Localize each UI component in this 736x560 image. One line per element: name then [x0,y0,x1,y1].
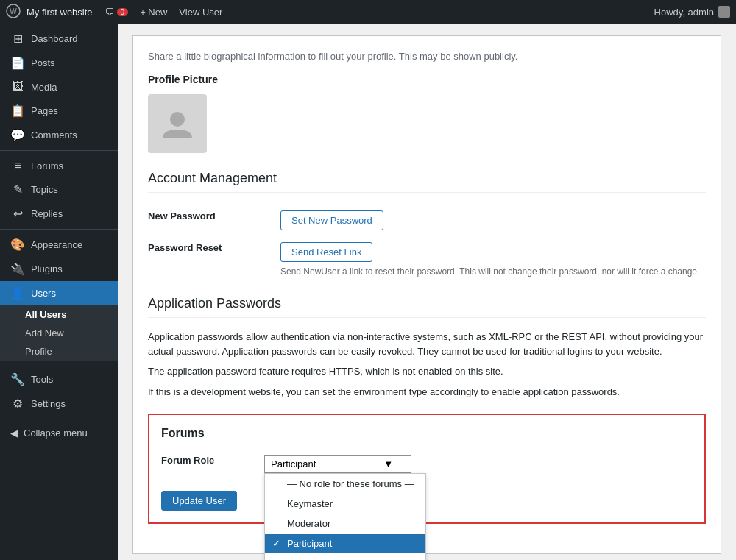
wp-logo-icon: W [6,4,21,21]
set-new-password-button[interactable]: Set New Password [280,210,383,230]
sidebar-label-comments: Comments [31,130,77,141]
forums-heading: Forums [161,427,693,440]
sidebar-label-topics: Topics [31,184,58,195]
forum-role-select[interactable]: Participant ▼ [264,455,411,473]
sidebar-label-settings: Settings [31,398,66,409]
sidebar-label-dashboard: Dashboard [31,33,78,44]
sidebar-label-replies: Replies [31,208,63,219]
update-user-button[interactable]: Update User [161,491,237,511]
dropdown-option-spectator[interactable]: Spectator [265,553,425,560]
main-content: Share a little biographical information … [118,24,736,560]
forum-role-value: Participant [271,458,316,469]
sidebar-item-dashboard[interactable]: ⊞ Dashboard [0,26,118,51]
plugins-icon: 🔌 [10,262,25,276]
sidebar-item-pages[interactable]: 📋 Pages [0,99,118,123]
sidebar-label-pages: Pages [31,105,58,116]
profile-picture-section: Profile Picture [148,74,706,153]
comments-icon: 💬 [10,128,25,142]
svg-text:W: W [10,7,17,15]
collapse-menu-btn[interactable]: ◀ Collapse menu [0,422,118,444]
sidebar-item-replies[interactable]: ↩ Replies [0,202,118,226]
forums-icon: ≡ [10,159,25,172]
dropdown-option-moderator[interactable]: Moderator [265,514,425,534]
sidebar-item-forums[interactable]: ≡ Forums [0,154,118,177]
sidebar-label-plugins: Plugins [31,263,63,274]
sidebar-label-posts: Posts [31,57,55,68]
application-passwords-section: Application Passwords Application passwo… [148,296,706,399]
option-label-keymaster: Keymaster [287,498,333,509]
account-management-heading: Account Management [148,171,706,193]
pages-icon: 📋 [10,104,25,118]
comment-bubble-icon: 🗨 [105,7,114,18]
replies-icon: ↩ [10,207,25,221]
dropdown-option-participant[interactable]: ✓ Participant [265,534,425,553]
sidebar-divider [0,150,118,151]
avatar-placeholder [148,94,207,153]
posts-icon: 📄 [10,56,25,70]
profile-picture-label: Profile Picture [148,74,706,85]
sidebar-item-media[interactable]: 🖼 Media [0,75,118,99]
sidebar-item-settings[interactable]: ⚙ Settings [0,391,118,416]
howdy-text: Howdy, admin [654,7,714,18]
app-passwords-desc2: The application password feature require… [148,364,706,379]
comments-count: 0 [117,8,129,16]
tools-icon: 🔧 [10,372,25,386]
new-content-link[interactable]: + New [140,7,167,18]
comments-link[interactable]: 🗨 0 [105,7,129,18]
sidebar-item-users[interactable]: 👤 Users [0,281,118,305]
forum-role-options: — No role for these forums — Keymaster M… [264,473,426,560]
collapse-label: Collapse menu [24,428,88,439]
dropdown-option-no-role[interactable]: — No role for these forums — [265,474,425,494]
sidebar-item-appearance[interactable]: 🎨 Appearance [0,233,118,257]
password-reset-description: Send NewUser a link to reset their passw… [280,265,706,278]
send-reset-link-button[interactable]: Send Reset Link [280,242,372,262]
app-passwords-heading: Application Passwords [148,296,706,318]
sidebar-label-tools: Tools [31,374,53,385]
sidebar-item-plugins[interactable]: 🔌 Plugins [0,257,118,281]
sidebar-divider-4 [0,419,118,419]
app-passwords-desc3: If this is a development website, you ca… [148,385,706,400]
sidebar-divider-2 [0,229,118,230]
collapse-icon: ◀ [10,428,18,439]
sidebar-item-topics[interactable]: ✎ Topics [0,177,118,202]
forums-section: Forums Forum Role Participant ▼ [148,414,706,524]
sidebar-item-tools[interactable]: 🔧 Tools [0,367,118,391]
dropdown-option-keymaster[interactable]: Keymaster [265,494,425,514]
app-passwords-desc1: Application passwords allow authenticati… [148,330,706,358]
users-icon: 👤 [10,286,25,300]
view-user-link[interactable]: View User [179,7,222,18]
forum-role-dropdown-container: Participant ▼ — No role for these forums… [264,455,411,473]
account-management-table: New Password Set New Password Password R… [148,205,706,284]
sidebar-subitem-profile[interactable]: Profile [0,342,118,361]
appearance-icon: 🎨 [10,238,25,252]
sidebar-item-comments[interactable]: 💬 Comments [0,123,118,147]
password-reset-label: Password Reset [148,242,222,253]
settings-icon: ⚙ [10,397,25,411]
forum-role-label: Forum Role [161,455,214,466]
bio-description: Share a little biographical information … [148,51,706,62]
forum-role-table: Forum Role Participant ▼ [161,449,693,479]
sidebar-label-media: Media [31,82,57,93]
media-icon: 🖼 [10,80,25,93]
chevron-down-icon: ▼ [383,458,393,469]
sidebar-subitem-all-users[interactable]: All Users [0,305,118,324]
sidebar-subitem-add-new[interactable]: Add New [0,324,118,342]
sidebar-label-appearance: Appearance [31,239,82,250]
new-password-label: New Password [148,210,216,221]
option-label-no-role: — No role for these forums — [287,478,414,489]
svg-point-2 [170,112,185,127]
howdy-menu[interactable]: Howdy, admin [654,6,730,18]
content-wrapper: Share a little biographical information … [132,35,721,554]
check-participant: ✓ [272,538,283,549]
sidebar-item-posts[interactable]: 📄 Posts [0,51,118,75]
site-name[interactable]: My first website [26,7,93,18]
topics-icon: ✎ [10,182,25,196]
option-label-moderator: Moderator [287,518,330,529]
dashboard-icon: ⊞ [10,32,25,46]
admin-avatar [718,6,730,18]
sidebar-label-forums: Forums [31,160,63,171]
sidebar: ⊞ Dashboard 📄 Posts 🖼 Media 📋 Pages 💬 Co… [0,24,118,560]
sidebar-label-users: Users [31,288,56,299]
sidebar-divider-3 [0,364,118,364]
option-label-participant: Participant [287,538,332,549]
